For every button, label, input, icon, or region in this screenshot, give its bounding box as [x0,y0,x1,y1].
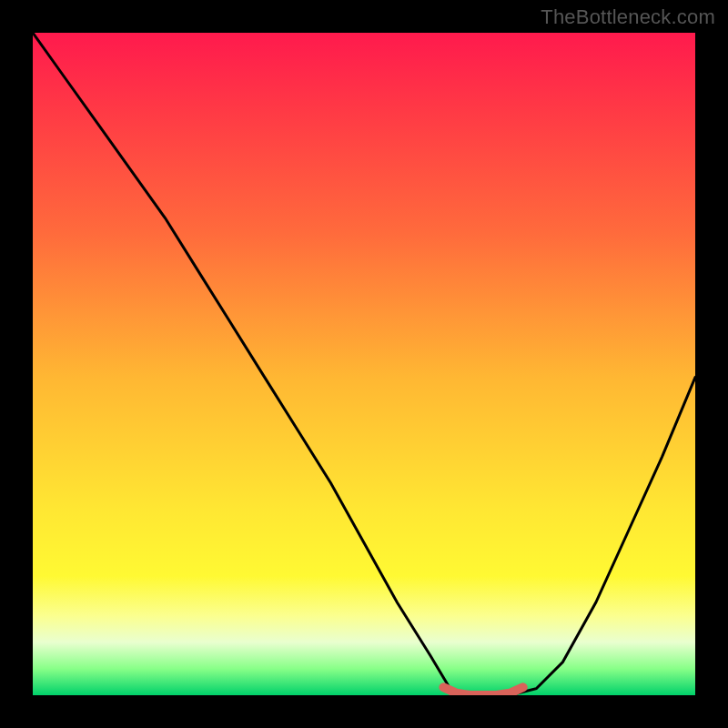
optimal-band [443,687,522,695]
watermark-text: TheBottleneck.com [541,5,715,29]
chart-frame: TheBottleneck.com [0,0,728,728]
bottleneck-curve [33,33,695,695]
chart-plot-area [33,33,695,695]
chart-svg [33,33,695,695]
